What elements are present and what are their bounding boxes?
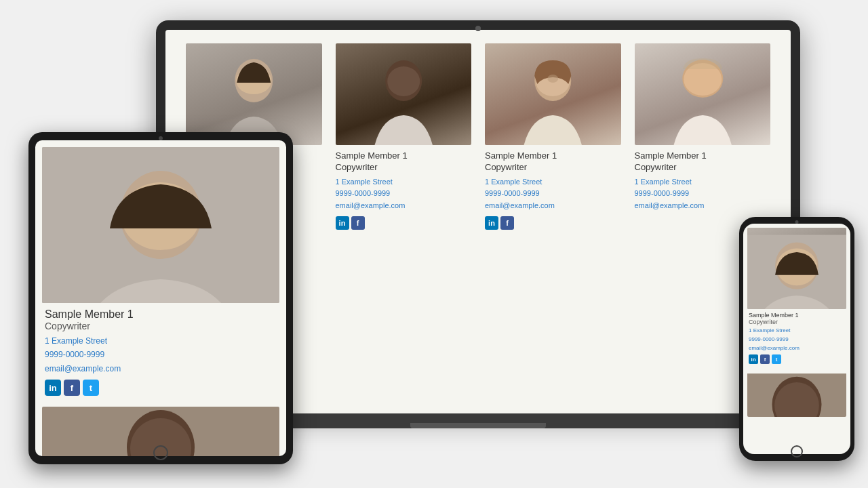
member-address-3: 1 Example Street <box>485 176 621 188</box>
phone-home-button[interactable] <box>791 445 803 458</box>
tablet-screen: Sample Member 1 Copywriter 1 Example Str… <box>35 140 286 456</box>
tablet-social-icons: in f t <box>45 380 277 396</box>
member-phone-2: 9999-0000-9999 <box>336 188 472 200</box>
member-address-2: 1 Example Street <box>336 176 472 188</box>
linkedin-icon-2[interactable]: in <box>336 216 349 230</box>
phone-screen: Sample Member 1 Copywriter 1 Example Str… <box>743 224 850 454</box>
facebook-icon-2[interactable]: f <box>351 216 365 230</box>
tablet-device: Sample Member 1 Copywriter 1 Example Str… <box>28 132 293 464</box>
member-info-4: Sample Member 1 Copywriter 1 Example Str… <box>635 145 771 218</box>
member-title-4: Copywriter <box>635 162 771 172</box>
member-email-4: email@example.com <box>635 200 771 212</box>
tablet-member-email: email@example.com <box>45 362 277 375</box>
phone-twitter-icon[interactable]: t <box>772 354 781 364</box>
member-photo-3 <box>485 43 621 145</box>
member-photo-1 <box>186 43 322 145</box>
scene: Sample Member 1 Copywriter 1 Example Str… <box>0 0 868 488</box>
member-title-2: Copywriter <box>336 162 472 172</box>
phone-member-info: Sample Member 1 Copywriter 1 Example Str… <box>747 309 846 367</box>
svg-point-3 <box>387 66 420 96</box>
member-phone-3: 9999-0000-9999 <box>485 188 621 200</box>
laptop-member-card-3: Sample Member 1 Copywriter 1 Example Str… <box>485 43 621 235</box>
laptop-camera <box>475 26 481 31</box>
member-phone-4: 9999-0000-9999 <box>635 188 771 200</box>
member-name-3: Sample Member 1 <box>485 150 621 162</box>
phone-social-icons: in f t <box>749 354 845 364</box>
phone-device: Sample Member 1 Copywriter 1 Example Str… <box>739 217 854 461</box>
member-info-3: Sample Member 1 Copywriter 1 Example Str… <box>485 145 621 235</box>
member-email-2: email@example.com <box>336 200 472 212</box>
tablet-camera <box>159 136 163 140</box>
member-address-4: 1 Example Street <box>635 176 771 188</box>
social-icons-3: in f <box>485 216 621 230</box>
tablet-member-title: Copywriter <box>45 321 277 331</box>
tablet-member-info: Sample Member 1 Copywriter 1 Example Str… <box>42 303 279 401</box>
social-icons-2: in f <box>336 216 472 230</box>
tablet-linkedin-icon[interactable]: in <box>45 380 61 396</box>
phone-second-member-photo <box>747 369 846 417</box>
member-title-3: Copywriter <box>485 162 621 172</box>
tablet-outer: Sample Member 1 Copywriter 1 Example Str… <box>28 132 293 464</box>
tablet-member-photo-1 <box>42 147 279 303</box>
member-info-2: Sample Member 1 Copywriter 1 Example Str… <box>336 145 472 235</box>
phone-member-photo-1 <box>747 228 846 309</box>
tablet-member-address: 1 Example Street <box>45 334 277 348</box>
phone-member-name: Sample Member 1 <box>749 312 845 319</box>
phone-member-title: Copywriter <box>749 319 845 325</box>
member-email-3: email@example.com <box>485 200 621 212</box>
phone-linkedin-icon[interactable]: in <box>749 354 758 364</box>
facebook-icon-3[interactable]: f <box>500 216 514 230</box>
tablet-twitter-icon[interactable]: t <box>83 380 99 396</box>
member-name-4: Sample Member 1 <box>635 150 771 162</box>
tablet-member-name: Sample Member 1 <box>45 308 277 321</box>
phone-member-email: email@example.com <box>749 344 845 353</box>
laptop-member-card-4: Sample Member 1 Copywriter 1 Example Str… <box>635 43 771 235</box>
linkedin-icon-3[interactable]: in <box>485 216 498 230</box>
phone-member-phone-num: 9999-0000-9999 <box>749 336 845 344</box>
member-photo-2 <box>336 43 472 145</box>
member-name-2: Sample Member 1 <box>336 150 472 162</box>
tablet-content: Sample Member 1 Copywriter 1 Example Str… <box>35 140 286 456</box>
phone-member-address: 1 Example Street <box>749 327 845 336</box>
member-photo-4 <box>635 43 771 145</box>
tablet-member-phone: 9999-0000-9999 <box>45 348 277 361</box>
phone-outer: Sample Member 1 Copywriter 1 Example Str… <box>739 217 854 461</box>
phone-camera <box>795 220 799 224</box>
laptop-member-card-2: Sample Member 1 Copywriter 1 Example Str… <box>336 43 472 235</box>
phone-content: Sample Member 1 Copywriter 1 Example Str… <box>743 224 850 421</box>
tablet-facebook-icon[interactable]: f <box>64 380 80 396</box>
phone-facebook-icon[interactable]: f <box>760 354 770 364</box>
tablet-home-button[interactable] <box>153 445 168 460</box>
svg-point-6 <box>547 75 558 83</box>
